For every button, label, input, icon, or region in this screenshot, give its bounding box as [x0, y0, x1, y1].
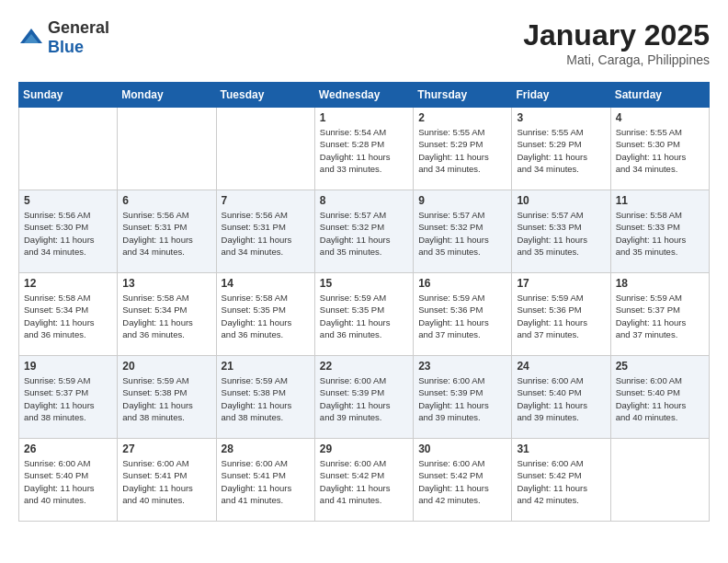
calendar-week-row: 1Sunrise: 5:54 AM Sunset: 5:28 PM Daylig…	[19, 108, 710, 190]
day-number: 12	[24, 277, 112, 290]
cell-info: Sunrise: 5:57 AM Sunset: 5:32 PM Dayligh…	[418, 209, 506, 258]
day-number: 25	[616, 360, 704, 373]
cell-info: Sunrise: 5:56 AM Sunset: 5:31 PM Dayligh…	[122, 209, 210, 258]
calendar-cell: 26Sunrise: 6:00 AM Sunset: 5:40 PM Dayli…	[19, 439, 118, 522]
day-number: 20	[122, 360, 210, 373]
cell-info: Sunrise: 5:59 AM Sunset: 5:38 PM Dayligh…	[122, 374, 210, 423]
cell-info: Sunrise: 5:58 AM Sunset: 5:33 PM Dayligh…	[616, 209, 704, 258]
weekday-header-row: SundayMondayTuesdayWednesdayThursdayFrid…	[19, 83, 710, 108]
weekday-header: Saturday	[610, 83, 709, 108]
calendar-cell: 21Sunrise: 5:59 AM Sunset: 5:38 PM Dayli…	[216, 356, 314, 439]
weekday-header: Friday	[512, 83, 610, 108]
calendar-cell: 2Sunrise: 5:55 AM Sunset: 5:29 PM Daylig…	[414, 108, 512, 190]
cell-info: Sunrise: 5:59 AM Sunset: 5:37 PM Dayligh…	[24, 374, 112, 423]
day-number: 10	[517, 194, 605, 207]
day-number: 4	[616, 111, 704, 124]
cell-info: Sunrise: 5:59 AM Sunset: 5:37 PM Dayligh…	[616, 292, 704, 340]
cell-info: Sunrise: 5:59 AM Sunset: 5:36 PM Dayligh…	[418, 292, 506, 340]
day-number: 17	[517, 277, 605, 290]
cell-info: Sunrise: 6:00 AM Sunset: 5:41 PM Dayligh…	[122, 457, 210, 506]
day-number: 7	[222, 194, 310, 207]
day-number: 2	[418, 111, 506, 124]
day-number: 6	[122, 194, 210, 207]
day-number: 3	[517, 111, 605, 124]
calendar-table: SundayMondayTuesdayWednesdayThursdayFrid…	[18, 82, 710, 522]
location: Mati, Caraga, Philippines	[523, 52, 710, 67]
day-number: 21	[222, 360, 310, 373]
cell-info: Sunrise: 6:00 AM Sunset: 5:41 PM Dayligh…	[222, 457, 310, 506]
day-number: 9	[418, 194, 506, 207]
cell-info: Sunrise: 5:59 AM Sunset: 5:35 PM Dayligh…	[320, 292, 408, 340]
cell-info: Sunrise: 6:00 AM Sunset: 5:42 PM Dayligh…	[418, 457, 506, 506]
cell-info: Sunrise: 5:57 AM Sunset: 5:33 PM Dayligh…	[517, 209, 605, 258]
day-number: 8	[320, 194, 408, 207]
calendar-cell: 4Sunrise: 5:55 AM Sunset: 5:30 PM Daylig…	[610, 108, 709, 190]
day-number: 13	[122, 277, 210, 290]
weekday-header: Thursday	[414, 83, 512, 108]
day-number: 22	[320, 360, 408, 373]
cell-info: Sunrise: 5:58 AM Sunset: 5:35 PM Dayligh…	[222, 292, 310, 340]
calendar-week-row: 19Sunrise: 5:59 AM Sunset: 5:37 PM Dayli…	[19, 356, 710, 439]
cell-info: Sunrise: 5:59 AM Sunset: 5:38 PM Dayligh…	[222, 374, 310, 423]
calendar-cell	[19, 108, 118, 190]
calendar-cell: 15Sunrise: 5:59 AM Sunset: 5:35 PM Dayli…	[314, 273, 413, 356]
calendar-cell: 30Sunrise: 6:00 AM Sunset: 5:42 PM Dayli…	[414, 439, 512, 522]
calendar-cell: 25Sunrise: 6:00 AM Sunset: 5:40 PM Dayli…	[610, 356, 709, 439]
cell-info: Sunrise: 5:55 AM Sunset: 5:29 PM Dayligh…	[517, 126, 605, 175]
day-number: 23	[418, 360, 506, 373]
calendar-cell: 24Sunrise: 6:00 AM Sunset: 5:40 PM Dayli…	[512, 356, 610, 439]
weekday-header: Sunday	[19, 83, 118, 108]
calendar-cell	[216, 108, 314, 190]
logo: General Blue	[18, 18, 109, 57]
logo-blue: Blue	[48, 38, 84, 56]
calendar-cell	[118, 108, 216, 190]
calendar-cell: 13Sunrise: 5:58 AM Sunset: 5:34 PM Dayli…	[118, 273, 216, 356]
cell-info: Sunrise: 5:58 AM Sunset: 5:34 PM Dayligh…	[24, 292, 112, 340]
day-number: 1	[320, 111, 408, 124]
calendar-cell: 1Sunrise: 5:54 AM Sunset: 5:28 PM Daylig…	[314, 108, 413, 190]
cell-info: Sunrise: 6:00 AM Sunset: 5:39 PM Dayligh…	[418, 374, 506, 423]
cell-info: Sunrise: 6:00 AM Sunset: 5:39 PM Dayligh…	[320, 374, 408, 423]
day-number: 24	[517, 360, 605, 373]
day-number: 14	[222, 277, 310, 290]
calendar-cell: 31Sunrise: 6:00 AM Sunset: 5:42 PM Dayli…	[512, 439, 610, 522]
calendar-cell: 5Sunrise: 5:56 AM Sunset: 5:30 PM Daylig…	[19, 190, 118, 273]
page-header: General Blue January 2025 Mati, Caraga, …	[18, 18, 710, 67]
cell-info: Sunrise: 5:56 AM Sunset: 5:30 PM Dayligh…	[24, 209, 112, 258]
day-number: 26	[24, 442, 112, 455]
cell-info: Sunrise: 6:00 AM Sunset: 5:40 PM Dayligh…	[24, 457, 112, 506]
logo-icon	[18, 25, 44, 51]
cell-info: Sunrise: 6:00 AM Sunset: 5:42 PM Dayligh…	[517, 457, 605, 506]
calendar-cell: 9Sunrise: 5:57 AM Sunset: 5:32 PM Daylig…	[414, 190, 512, 273]
calendar-cell: 23Sunrise: 6:00 AM Sunset: 5:39 PM Dayli…	[414, 356, 512, 439]
calendar-cell: 14Sunrise: 5:58 AM Sunset: 5:35 PM Dayli…	[216, 273, 314, 356]
calendar-body: 1Sunrise: 5:54 AM Sunset: 5:28 PM Daylig…	[19, 108, 710, 522]
weekday-header: Monday	[118, 83, 216, 108]
calendar-cell: 10Sunrise: 5:57 AM Sunset: 5:33 PM Dayli…	[512, 190, 610, 273]
calendar-week-row: 5Sunrise: 5:56 AM Sunset: 5:30 PM Daylig…	[19, 190, 710, 273]
calendar-cell	[610, 439, 709, 522]
calendar-week-row: 12Sunrise: 5:58 AM Sunset: 5:34 PM Dayli…	[19, 273, 710, 356]
cell-info: Sunrise: 6:00 AM Sunset: 5:40 PM Dayligh…	[616, 374, 704, 423]
calendar-cell: 27Sunrise: 6:00 AM Sunset: 5:41 PM Dayli…	[118, 439, 216, 522]
day-number: 15	[320, 277, 408, 290]
cell-info: Sunrise: 6:00 AM Sunset: 5:42 PM Dayligh…	[320, 457, 408, 506]
cell-info: Sunrise: 5:56 AM Sunset: 5:31 PM Dayligh…	[222, 209, 310, 258]
calendar-header: SundayMondayTuesdayWednesdayThursdayFrid…	[19, 83, 710, 108]
month-year: January 2025	[523, 18, 710, 52]
day-number: 16	[418, 277, 506, 290]
day-number: 18	[616, 277, 704, 290]
cell-info: Sunrise: 5:55 AM Sunset: 5:30 PM Dayligh…	[616, 126, 704, 175]
day-number: 31	[517, 442, 605, 455]
calendar-cell: 20Sunrise: 5:59 AM Sunset: 5:38 PM Dayli…	[118, 356, 216, 439]
calendar-cell: 29Sunrise: 6:00 AM Sunset: 5:42 PM Dayli…	[314, 439, 413, 522]
calendar-cell: 12Sunrise: 5:58 AM Sunset: 5:34 PM Dayli…	[19, 273, 118, 356]
day-number: 11	[616, 194, 704, 207]
calendar-cell: 19Sunrise: 5:59 AM Sunset: 5:37 PM Dayli…	[19, 356, 118, 439]
cell-info: Sunrise: 5:58 AM Sunset: 5:34 PM Dayligh…	[122, 292, 210, 340]
calendar-cell: 18Sunrise: 5:59 AM Sunset: 5:37 PM Dayli…	[610, 273, 709, 356]
day-number: 30	[418, 442, 506, 455]
calendar-cell: 11Sunrise: 5:58 AM Sunset: 5:33 PM Dayli…	[610, 190, 709, 273]
day-number: 19	[24, 360, 112, 373]
day-number: 28	[222, 442, 310, 455]
